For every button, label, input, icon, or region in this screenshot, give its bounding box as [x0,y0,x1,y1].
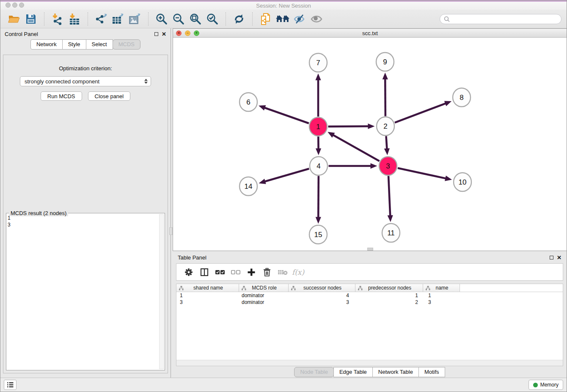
save-session-button[interactable] [22,11,39,27]
graph-edge[interactable] [328,132,379,161]
table-cell[interactable]: 1 [176,292,239,299]
search-field[interactable] [440,14,561,24]
graph-edge[interactable] [383,72,388,116]
open-session-button[interactable] [6,11,22,27]
close-table-panel-icon[interactable]: ✕ [557,255,561,260]
column-header-predecessor-nodes[interactable]: predecessor nodes [355,284,423,292]
graph-node-1[interactable]: 1 [309,117,327,136]
network-minimize-button[interactable]: − [185,30,190,36]
select-all-button[interactable] [212,265,228,279]
graph-node-3[interactable]: 3 [379,157,397,175]
zoom-window-button[interactable] [19,3,24,8]
refresh-view-button[interactable] [231,11,248,27]
tab-mcds[interactable]: MCDS [113,39,140,50]
duplicate-network-button[interactable] [257,11,274,27]
table-cell[interactable]: 4 [289,292,355,299]
graph-edge[interactable] [328,124,374,129]
zoom-in-button[interactable] [153,11,170,27]
graph-edge[interactable] [259,169,309,184]
graph-node-label: 1 [316,123,320,131]
memory-button[interactable]: Memory [528,380,563,390]
export-image-button[interactable] [127,11,143,27]
network-graph[interactable]: 1234678910111415 [173,38,567,251]
tab-network-table[interactable]: Network Table [372,367,419,377]
table-horizontal-scrollbar[interactable] [176,360,563,366]
tab-style[interactable]: Style [62,39,86,50]
tab-edge-table[interactable]: Edge Table [333,367,373,377]
close-window-button[interactable] [6,3,11,8]
panel-splitter-grip[interactable] [169,227,173,235]
close-panel-button[interactable]: Close panel [88,91,131,101]
graph-edge[interactable] [398,168,452,181]
table-row[interactable]: 3dominator323 [176,299,563,306]
graph-node-7[interactable]: 7 [309,53,327,72]
mcds-result-text[interactable]: 1 3 [8,215,159,369]
search-input[interactable] [452,16,557,22]
zoom-selected-button[interactable] [204,11,221,27]
import-table-button[interactable] [66,11,83,27]
graph-node-11[interactable]: 11 [382,224,400,242]
zoom-out-button[interactable] [170,11,187,27]
graph-node-2[interactable]: 2 [377,117,394,135]
column-header-shared-name[interactable]: shared name [176,284,239,292]
column-header-name[interactable]: name [423,284,460,292]
import-network-button[interactable] [49,11,66,27]
graph-edge[interactable] [395,101,451,122]
table-cell[interactable]: dominator [239,299,289,306]
graph-edge[interactable] [388,176,393,222]
graph-node-label: 10 [459,178,467,186]
table-cell[interactable]: 3 [423,299,460,306]
column-header-successor-nodes[interactable]: successor nodes [289,284,355,292]
graph-node-9[interactable]: 9 [376,52,394,71]
table-row[interactable]: 1dominator411 [176,292,563,299]
column-header-MCDS-role[interactable]: MCDS role [239,284,289,292]
export-table-button[interactable] [110,11,127,27]
graph-node-6[interactable]: 6 [239,93,257,111]
graph-edge[interactable] [384,136,390,155]
add-row-button[interactable] [243,265,259,279]
criterion-select[interactable]: strongly connected component [20,76,151,86]
float-table-panel-icon[interactable] [550,256,553,259]
table-cell[interactable]: 3 [289,299,355,306]
tab-select[interactable]: Select [86,39,113,50]
close-panel-icon[interactable]: ✕ [162,32,166,36]
graph-edge[interactable] [329,163,377,168]
network-canvas[interactable]: 1234678910111415 [173,38,567,251]
table-cell[interactable]: dominator [239,292,289,299]
mcds-result-scrollbar[interactable] [159,214,164,369]
graph-edge[interactable] [316,176,321,224]
table-toolbar: f(x) [176,263,563,281]
zoom-fit-button[interactable] [187,11,204,27]
run-mcds-button[interactable]: Run MCDS [41,91,82,101]
show-column-button[interactable] [196,265,212,279]
home-layout-button[interactable] [274,11,291,27]
tab-motifs[interactable]: Motifs [418,367,445,377]
graph-edge[interactable] [315,74,321,117]
tab-network[interactable]: Network [30,39,63,50]
graph-node-4[interactable]: 4 [310,157,328,175]
float-panel-icon[interactable] [154,32,158,36]
network-close-button[interactable]: ✕ [176,30,182,36]
task-history-button[interactable] [4,380,17,390]
show-graphics-details-button[interactable] [308,11,325,27]
unselect-all-button[interactable] [228,265,243,279]
delete-row-button[interactable] [259,265,275,279]
table-cell[interactable]: 2 [355,299,423,306]
export-network-button[interactable] [93,11,110,27]
minimize-window-button[interactable] [12,3,17,8]
table-cell[interactable]: 1 [355,292,423,299]
network-window-titlebar[interactable]: ✕ − + scc.txt [173,29,567,38]
graph-node-8[interactable]: 8 [453,88,471,107]
network-resize-grip[interactable] [367,248,373,251]
table-cell[interactable]: 3 [176,299,239,306]
graph-node-10[interactable]: 10 [454,173,471,191]
graph-node-14[interactable]: 14 [239,177,257,196]
graph-edge[interactable] [259,105,309,124]
graph-node-15[interactable]: 15 [309,225,327,244]
network-zoom-button[interactable]: + [194,30,199,36]
settings-gear-button[interactable] [181,265,196,279]
tab-node-table[interactable]: Node Table [294,367,334,377]
hide-graphics-details-button[interactable] [291,11,308,27]
table-cell[interactable]: 1 [423,292,460,299]
graph-edge[interactable] [316,136,321,155]
